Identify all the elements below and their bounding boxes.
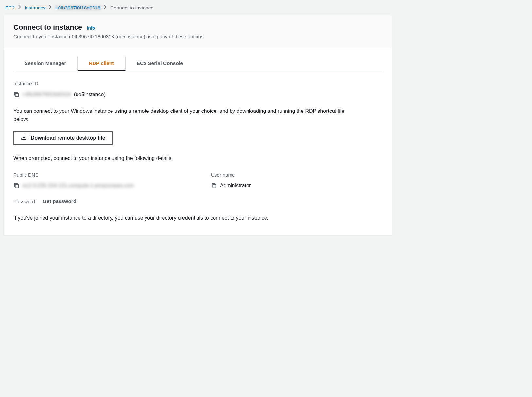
- instance-id-label: Instance ID: [13, 81, 382, 86]
- tab-serial-console[interactable]: EC2 Serial Console: [126, 57, 194, 71]
- breadcrumb-instance-id[interactable]: i-0fb3967f0f18d0318: [55, 5, 100, 10]
- page-title: Connect to instance: [13, 23, 82, 32]
- public-dns-value: ec2-3-235-154-131.compute-1.amazonaws.co…: [23, 183, 134, 189]
- chevron-right-icon: [18, 5, 21, 10]
- public-dns-label: Public DNS: [13, 172, 185, 178]
- tab-bar: Session Manager RDP client EC2 Serial Co…: [13, 57, 382, 71]
- instance-id-value: i-0fb3967f0f18d0318: [23, 92, 71, 97]
- username-label: User name: [211, 172, 382, 178]
- download-rdp-label: Download remote desktop file: [31, 135, 105, 141]
- breadcrumb-current: Connect to instance: [110, 5, 154, 10]
- rdp-explanation-2: When prompted, connect to your instance …: [13, 154, 360, 163]
- username-value: Administrator: [220, 183, 251, 189]
- tab-session-manager[interactable]: Session Manager: [13, 57, 78, 71]
- chevron-right-icon: [104, 5, 107, 10]
- breadcrumb-instances[interactable]: Instances: [25, 5, 45, 10]
- breadcrumb: EC2 Instances i-0fb3967f0f18d0318 Connec…: [0, 0, 532, 15]
- chevron-right-icon: [49, 5, 52, 10]
- download-rdp-button[interactable]: Download remote desktop file: [13, 131, 113, 145]
- rdp-explanation-1: You can connect to your Windows instance…: [13, 107, 360, 124]
- copy-icon[interactable]: [13, 183, 19, 189]
- breadcrumb-ec2[interactable]: EC2: [5, 5, 15, 10]
- copy-icon[interactable]: [211, 183, 217, 189]
- svg-rect-2: [213, 185, 216, 188]
- panel-header: Connect to instance Info Connect to your…: [4, 15, 392, 47]
- svg-rect-1: [15, 185, 19, 188]
- info-link[interactable]: Info: [87, 26, 95, 31]
- directory-note: If you've joined your instance to a dire…: [13, 214, 360, 222]
- get-password-link[interactable]: Get password: [43, 198, 77, 204]
- tab-rdp-client[interactable]: RDP client: [78, 57, 126, 71]
- download-icon: [21, 134, 27, 142]
- instance-name-suffix: (ue5instance): [74, 92, 106, 97]
- password-label: Password: [13, 199, 35, 204]
- panel-subtitle: Connect to your instance i-0fb3967f0f18d…: [13, 34, 382, 39]
- svg-rect-0: [15, 94, 19, 97]
- copy-icon[interactable]: [13, 92, 19, 97]
- connect-panel: Connect to instance Info Connect to your…: [3, 15, 392, 236]
